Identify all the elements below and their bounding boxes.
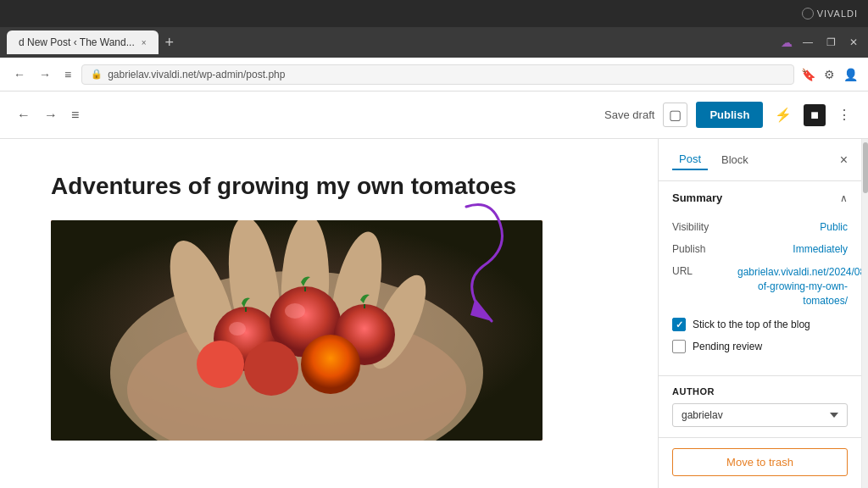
wp-editor-toolbar: ← → ≡ Save draft ▢ Publish ⚡ ■ ⋮	[0, 92, 868, 139]
svg-point-11	[244, 341, 298, 396]
tab-block-button[interactable]: Block	[715, 150, 755, 169]
svg-point-14	[229, 322, 246, 336]
url-value[interactable]: gabrielav.vivaldi.net/2024/08/09/adventu…	[737, 265, 848, 308]
blocks-menu-button[interactable]: ≡	[68, 104, 82, 126]
profile-icon[interactable]: 👤	[843, 68, 858, 81]
vivaldi-topbar: VIVALDI	[0, 0, 868, 27]
checkbox-check-icon: ✓	[676, 319, 683, 330]
preview-icon: ▢	[669, 108, 682, 122]
sidebar-scrollbar[interactable]	[861, 139, 868, 488]
summary-section-header[interactable]: Summary ∧	[659, 181, 861, 214]
scroll-thumb[interactable]	[863, 142, 868, 193]
cloud-sync-icon[interactable]: ☁	[781, 36, 793, 49]
svg-point-15	[285, 303, 305, 319]
visibility-value[interactable]: Public	[820, 221, 848, 233]
settings-icon[interactable]: ⚙	[824, 68, 835, 81]
pending-review-checkbox[interactable]	[672, 340, 686, 353]
undo-button[interactable]: ←	[14, 104, 34, 126]
post-featured-image	[51, 220, 542, 441]
post-title[interactable]: Adventures of growing my own tomatoes	[51, 173, 607, 200]
author-section: AUTHOR gabrielav	[659, 376, 861, 438]
summary-title: Summary	[672, 191, 722, 204]
url-row: URL gabrielav.vivaldi.net/2024/08/09/adv…	[672, 265, 848, 308]
publish-label: Publish	[672, 243, 705, 255]
lock-icon: 🔒	[91, 69, 103, 80]
vivaldi-label: VIVALDI	[817, 8, 858, 19]
sidebar-close-button[interactable]: ×	[840, 152, 848, 168]
visibility-row: Visibility Public	[672, 221, 848, 233]
url-label: URL	[672, 265, 693, 277]
forward-button[interactable]: →	[36, 66, 54, 83]
back-button[interactable]: ←	[10, 66, 29, 83]
preview-button[interactable]: ▢	[663, 103, 687, 127]
hamburger-menu-button[interactable]: ≡	[61, 66, 75, 83]
lightning-button[interactable]: ⚡	[771, 103, 795, 126]
save-draft-button[interactable]: Save draft	[604, 108, 654, 121]
author-select[interactable]: gabrielav	[672, 403, 848, 427]
tab-title: d New Post ‹ The Wand...	[19, 36, 135, 48]
browser-window: VIVALDI d New Post ‹ The Wand... × + ☁ —…	[0, 0, 868, 488]
tab-close-button[interactable]: ×	[142, 38, 147, 47]
visibility-label: Visibility	[672, 221, 709, 233]
tab-bar: d New Post ‹ The Wand... × + ☁ — ❐ ✕	[0, 27, 868, 58]
pending-review-row: Pending review	[672, 340, 848, 353]
main-area: Adventures of growing my own tomatoes	[0, 139, 868, 488]
address-text: gabrielav.vivaldi.net/wp-admin/post.php	[108, 69, 285, 80]
vivaldi-logo: VIVALDI	[802, 8, 858, 19]
tab-post-button[interactable]: Post	[672, 149, 708, 170]
vivaldi-icon	[802, 8, 814, 19]
publish-button[interactable]: Publish	[696, 102, 763, 128]
view-toggle-icon: ■	[810, 108, 819, 122]
restore-button[interactable]: ❐	[823, 35, 839, 50]
sidebar-header: Post Block ×	[659, 139, 861, 181]
new-tab-button[interactable]: +	[165, 34, 175, 52]
address-field[interactable]: 🔒 gabrielav.vivaldi.net/wp-admin/post.ph…	[81, 64, 794, 85]
publish-row: Publish Immediately	[672, 243, 848, 255]
more-options-button[interactable]: ⋮	[834, 103, 854, 126]
active-tab[interactable]: d New Post ‹ The Wand... ×	[7, 30, 159, 54]
tomato-image-svg	[51, 220, 542, 441]
stick-to-top-label: Stick to the top of the blog	[693, 319, 810, 330]
address-actions: 🔖 ⚙ 👤	[801, 68, 858, 81]
sidebar-panel: Post Block × Summary ∧ Visibility Public	[658, 139, 861, 488]
redo-button[interactable]: →	[41, 104, 61, 126]
stick-to-top-checkbox[interactable]: ✓	[672, 318, 686, 331]
bookmark-icon[interactable]: 🔖	[801, 68, 815, 81]
address-bar: ← → ≡ 🔒 gabrielav.vivaldi.net/wp-admin/p…	[0, 58, 868, 92]
pending-review-label: Pending review	[693, 341, 762, 352]
svg-point-12	[301, 335, 360, 394]
editor-area: Adventures of growing my own tomatoes	[0, 139, 658, 488]
tab-actions: ☁ — ❐ ✕	[781, 35, 861, 50]
move-to-trash-button[interactable]: Move to trash	[672, 448, 848, 476]
summary-toggle-icon: ∧	[840, 192, 848, 204]
svg-point-13	[197, 341, 244, 388]
author-label: AUTHOR	[672, 386, 848, 396]
publish-value[interactable]: Immediately	[793, 243, 848, 255]
minimize-button[interactable]: —	[799, 35, 816, 50]
view-toggle-button[interactable]: ■	[804, 104, 826, 126]
summary-content: Visibility Public Publish Immediately UR…	[659, 214, 861, 375]
wp-toolbar-right: Save draft ▢ Publish ⚡ ■ ⋮	[604, 102, 854, 128]
trash-container: Move to trash	[659, 438, 861, 486]
close-button[interactable]: ✕	[846, 35, 861, 50]
stick-to-top-row: ✓ Stick to the top of the blog	[672, 318, 848, 331]
summary-section: Summary ∧ Visibility Public Publish Imme…	[659, 181, 861, 376]
